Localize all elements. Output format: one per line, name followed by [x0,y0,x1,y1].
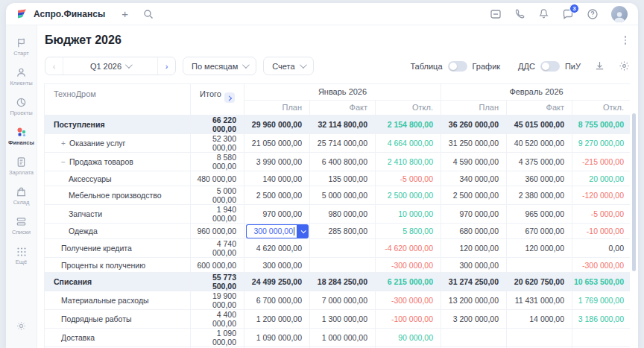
total-cell[interactable]: 5 000 000,00 [191,186,244,205]
value-cell[interactable]: -300 000,00 [572,258,631,273]
download-icon[interactable] [594,60,605,72]
value-cell[interactable]: 3 990 000,00 [244,153,310,171]
row-label[interactable]: Материальные расходы [45,291,191,310]
value-cell[interactable]: 340 000,00 [441,171,507,186]
value-cell[interactable]: 10 653 500,00 [572,273,631,291]
value-cell[interactable]: 3 186 000,00 [572,310,631,329]
page-menu-button[interactable] [622,34,629,47]
value-cell[interactable]: 6 215 000,00 [376,273,441,291]
value-cell[interactable]: 20 620 750,00 [507,273,572,291]
value-cell[interactable]: 5 800,00 [376,224,441,239]
value-cell[interactable]: 970 000,00 [244,205,310,224]
sidebar-item-projects[interactable]: Проекты [6,92,37,121]
value-cell[interactable]: -300 000,00 [376,291,441,310]
value-cell[interactable]: 6 700 000,00 [244,291,310,310]
value-cell[interactable]: 5 000 000,00 [310,186,376,205]
value-cell[interactable] [441,329,507,347]
row-label[interactable]: Одежда [45,224,191,239]
row-label[interactable]: Запчасти [45,205,191,224]
row-label[interactable]: Проценты к получению [45,258,191,273]
value-cell[interactable]: 980 000,00 [310,205,376,224]
row-label[interactable]: −Продажа товаров [45,153,191,171]
value-cell[interactable]: 120 000,00 [507,239,572,258]
value-cell[interactable]: 1 200 000,00 [244,310,310,329]
brand[interactable]: Аспро.Финансы [16,8,105,20]
value-cell[interactable]: 120 000,00 [441,239,507,258]
sidebar-item-warehouse[interactable]: Склад [6,181,37,211]
total-cell[interactable]: 55 773 500,00 [191,273,244,291]
row-label[interactable]: Получение кредита [45,239,191,258]
value-cell[interactable]: 2 500 000,00 [441,186,507,205]
row-label[interactable]: Списания [45,273,191,291]
value-cell[interactable]: 2 380 000,00 [507,186,572,205]
user-avatar[interactable] [611,6,628,22]
value-cell[interactable]: 13 200 000,00 [441,291,507,310]
value-cell[interactable]: -10 000,00 [572,224,631,239]
settings-button[interactable] [6,311,37,341]
value-cell[interactable]: 2 500 000,00 [244,186,310,205]
value-cell[interactable]: 680 000,00 [441,224,507,239]
value-cell[interactable]: -120 000,00 [572,186,631,205]
cell-value-input[interactable]: 300 000,00 [246,224,297,238]
total-cell[interactable]: 19 900 000,00 [191,291,244,310]
total-cell[interactable]: 1 940 000,00 [191,205,244,224]
collapse-icon[interactable]: − [61,158,69,166]
view-toggle[interactable] [448,61,467,72]
value-cell[interactable]: -4 620 000,00 [376,239,441,258]
value-cell[interactable]: -300 000,00 [376,258,441,273]
value-cell[interactable] [572,329,631,347]
value-cell[interactable]: 2 500 000,00 [376,186,441,205]
value-cell[interactable]: 140 000,00 [244,171,310,186]
total-cell[interactable]: 4 740 000,00 [191,239,244,258]
value-cell[interactable]: 10 000,00 [376,205,441,224]
value-cell[interactable]: 1 300 000,00 [310,310,376,329]
value-cell[interactable]: 1 000 000,00 [310,329,376,347]
value-cell[interactable]: 31 250 000,00 [441,134,507,153]
total-cell[interactable]: 8 580 000,00 [191,153,244,171]
value-cell[interactable]: 2 154 800,00 [376,116,441,134]
sidebar-item-more[interactable]: Ещё [6,241,37,271]
value-cell[interactable]: 970 000,00 [441,205,507,224]
value-cell[interactable]: -5 000,00 [376,171,441,186]
accounts-dropdown[interactable]: Счета [263,57,313,75]
value-cell[interactable]: 4 620 000,00 [244,239,310,258]
value-cell[interactable]: 670 000,00 [507,224,572,239]
value-cell[interactable]: 4 375 000,00 [507,153,572,171]
value-cell[interactable]: 31 274 250,00 [441,273,507,291]
value-cell[interactable]: 6 400 800,00 [310,153,376,171]
sidebar-item-lists[interactable]: Списки [6,211,37,241]
value-cell[interactable]: 285 800,00 [310,224,376,239]
value-cell[interactable]: 360 000,00 [507,171,572,186]
bell-icon[interactable] [538,8,549,19]
value-cell[interactable]: 0,00 [572,239,631,258]
value-cell[interactable]: 45 015 000,00 [507,116,572,134]
company-header[interactable]: ТехноДром [45,84,191,116]
value-cell[interactable]: 965 000,00 [507,205,572,224]
expand-total-icon[interactable] [224,92,235,103]
phone-icon[interactable] [514,8,525,19]
value-cell[interactable]: -100 000,00 [376,310,441,329]
row-label[interactable]: Мебельное производство [45,186,191,205]
value-cell[interactable]: 11 431 000,00 [507,291,572,310]
help-icon[interactable] [587,8,599,20]
sidebar-item-finance[interactable]: Финансы [6,121,37,151]
row-label[interactable]: Аксессуары [45,171,191,186]
group-by-dropdown[interactable]: По месяцам [183,57,256,75]
value-cell[interactable]: -215 000,00 [572,153,631,171]
editing-cell[interactable]: 300 000,00 [244,224,310,239]
value-cell[interactable]: 3 200 000,00 [441,310,507,329]
value-cell[interactable]: 300 000,00 [441,258,507,273]
vertical-scrollbar[interactable] [632,113,636,271]
value-cell[interactable]: 18 284 250,00 [310,273,376,291]
sidebar-item-clients[interactable]: Клиенты [6,62,37,92]
value-cell[interactable]: 29 960 000,00 [244,116,310,134]
sidebar-item-start[interactable]: Старт [6,32,37,62]
next-period-button[interactable]: › [157,57,175,75]
expand-icon[interactable]: + [61,139,69,148]
value-cell[interactable]: 14 000,00 [507,310,572,329]
total-cell[interactable]: 1 090 000,00 [191,329,244,347]
total-cell[interactable]: 4 400 000,00 [191,310,244,329]
value-cell[interactable]: 9 270 000,00 [572,134,631,153]
value-cell[interactable]: 21 050 000,00 [244,134,310,153]
prev-period-button[interactable]: ‹ [45,57,63,75]
